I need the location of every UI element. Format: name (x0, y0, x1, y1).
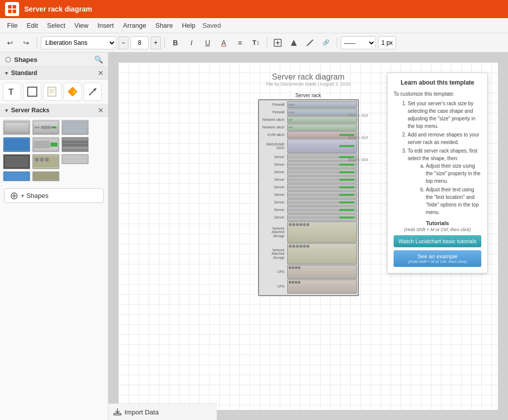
standard-arrow: ▼ (4, 71, 9, 76)
ups-2-unit[interactable] (287, 279, 357, 294)
menu-edit[interactable]: Edit (23, 20, 42, 31)
diagram-title: Server rack diagram (266, 73, 350, 82)
rack-shape-1u-b[interactable] (32, 120, 59, 135)
svg-rect-18 (4, 122, 29, 133)
font-color-button[interactable]: A (217, 36, 231, 50)
nas-1-unit[interactable] (287, 222, 357, 243)
ups-2-label: UPS (260, 285, 286, 289)
text-shape[interactable]: T (3, 83, 21, 101)
server-1-unit[interactable] (287, 154, 357, 161)
svg-rect-10 (48, 87, 56, 96)
server-7-unit[interactable] (287, 199, 357, 206)
import-data-button[interactable]: Import Data (108, 403, 217, 420)
server-6-unit[interactable] (287, 191, 357, 198)
standard-section-header[interactable]: ▼ Standard ✕ (0, 67, 108, 80)
raid-unit[interactable] (287, 139, 357, 153)
fill-button[interactable] (287, 36, 301, 50)
rack-shape-full-b[interactable] (3, 154, 30, 169)
svg-rect-0 (8, 5, 12, 9)
standard-shapes-grid: T ⚡ (0, 80, 108, 104)
add-shapes-button[interactable]: + Shapes (4, 188, 104, 203)
align-button[interactable]: ≡ (233, 36, 247, 50)
arrow-shape[interactable] (84, 83, 102, 101)
rack-shape-server-a[interactable] (32, 137, 59, 152)
menu-insert[interactable]: Insert (93, 20, 118, 31)
info-step-1: Set your server's rack size by selecting… (408, 100, 481, 130)
process-shape[interactable]: ⚡ (64, 83, 82, 101)
menu-file[interactable]: File (3, 20, 22, 31)
blank-slot-3: Blank slot (349, 157, 368, 162)
toolbar-separator-4 (337, 38, 337, 48)
rack-row-server-7: Server (260, 199, 357, 206)
rack-shape-1u-c[interactable] (61, 154, 89, 164)
toolbar-separator-3 (267, 38, 267, 48)
firewall-2-unit[interactable] (287, 109, 357, 116)
menu-select[interactable]: Select (43, 20, 69, 31)
italic-button[interactable]: I (184, 36, 199, 50)
rect-shape[interactable] (23, 83, 41, 101)
server-2-unit[interactable] (287, 161, 357, 168)
rack-shape-switch-b[interactable] (3, 137, 30, 152)
rack-row-server-1: Server (260, 154, 357, 161)
server-9-unit[interactable] (287, 214, 357, 221)
font-size-decrease[interactable]: − (118, 36, 129, 49)
server-racks-section-header[interactable]: ▼ Server Racks ✕ (0, 104, 108, 117)
rack-row-ups-2: UPS (260, 279, 357, 294)
kvm-unit[interactable] (287, 131, 357, 138)
rack-shape-switch-a[interactable] (61, 120, 89, 135)
svg-point-22 (37, 126, 39, 128)
font-size-increase[interactable]: + (151, 36, 161, 49)
menu-help[interactable]: Help (178, 20, 200, 31)
server-5-unit[interactable] (287, 184, 357, 191)
server-8-unit[interactable] (287, 206, 357, 214)
rack-shape-1u-d[interactable] (3, 171, 30, 181)
nas-2-unit[interactable] (287, 243, 357, 264)
server-5-label: Server (260, 185, 286, 189)
rack-row-nas-2: Network Attached Storage (260, 243, 357, 264)
info-sub-step-b: Adjust their text using the "text locati… (426, 186, 481, 216)
info-panel: Learn about this template To customize t… (387, 73, 488, 273)
main-layout: ⬡ Shapes 🔍 ▼ Standard ✕ T (0, 52, 508, 420)
switch-2-label: Network stkch (260, 125, 286, 129)
kvm-label: KVM stkch (260, 133, 286, 137)
font-family-select[interactable]: Liberation Sans Arial Times New Roman (41, 36, 116, 49)
menu-view[interactable]: View (71, 20, 93, 31)
note-shape[interactable] (43, 83, 61, 101)
text-button[interactable]: T↕ (249, 36, 263, 50)
add-shape-button[interactable] (271, 36, 285, 50)
redo-button[interactable]: ↪ (19, 36, 33, 50)
line-color-button[interactable] (303, 36, 317, 50)
menu-arrange[interactable]: Arrange (119, 20, 150, 31)
switch-2-unit[interactable] (287, 124, 357, 131)
rack-row-server-3: Server (260, 169, 357, 176)
firewall-1-unit[interactable] (287, 101, 357, 108)
bold-button[interactable]: B (168, 36, 182, 50)
undo-button[interactable]: ↩ (3, 36, 17, 50)
info-panel-intro: To customize this template: Set your ser… (394, 90, 481, 216)
rack-row-firewall-1: Firewall (260, 101, 357, 108)
rack-shape-nas-a[interactable] (32, 154, 59, 169)
line-width-input[interactable] (378, 36, 396, 49)
underline-button[interactable]: U (201, 36, 215, 50)
search-icon[interactable]: 🔍 (94, 55, 103, 63)
rack-label: Server rack (258, 93, 359, 98)
menu-share[interactable]: Share (151, 20, 177, 31)
standard-close[interactable]: ✕ (98, 69, 104, 77)
server-4-unit[interactable] (287, 176, 357, 183)
rack-row-nas-1: Network Attached Storage (260, 222, 357, 243)
server-racks-close[interactable]: ✕ (98, 106, 104, 114)
server-3-unit[interactable] (287, 169, 357, 176)
rack-shape-1u-a[interactable] (3, 120, 30, 135)
watch-tutorials-button[interactable]: Watch Lucidchart basic tutorials (394, 235, 481, 247)
rack-shape-full-a[interactable] (61, 137, 89, 152)
link-button[interactable]: 🔗 (319, 36, 333, 50)
font-size-input[interactable] (131, 36, 149, 49)
see-example-button[interactable]: See an example (Hold shift + M or Ctrl, … (394, 250, 481, 267)
switch-1-unit[interactable] (287, 116, 357, 123)
import-icon (113, 408, 121, 416)
svg-rect-9 (28, 87, 37, 96)
canvas-inner: Server rack diagram File by Documento Ma… (118, 62, 498, 410)
line-style-select[interactable]: —— - - - · · · (341, 36, 376, 49)
ups-1-unit[interactable] (287, 265, 357, 279)
rack-shape-2u-a[interactable] (32, 171, 59, 181)
